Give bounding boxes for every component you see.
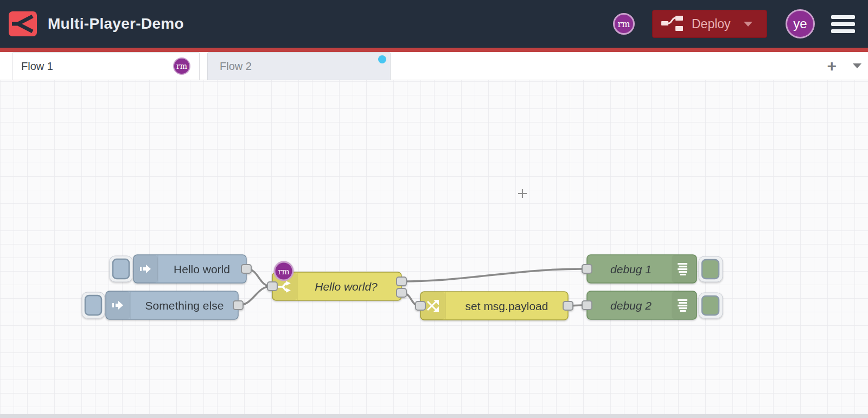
- canvas-grid: [0, 80, 868, 418]
- collaborator-node-badge: rm: [275, 262, 293, 280]
- deploy-options-chevron-down-icon[interactable]: [744, 22, 752, 27]
- input-port[interactable]: [582, 265, 592, 273]
- collaborator-badge-initials: rm: [176, 62, 187, 70]
- user-avatar-initials: ye: [793, 16, 807, 31]
- tab-flow-1[interactable]: Flow 1 rm: [12, 52, 200, 80]
- add-flow-button[interactable]: +: [827, 58, 837, 74]
- output-port-1[interactable]: [397, 277, 406, 286]
- node-debug-2[interactable]: debug 2: [582, 291, 723, 319]
- main-menu-button[interactable]: [831, 15, 855, 33]
- activity-dot: [378, 55, 386, 63]
- flow-tabs-bar: Flow 1 rm Flow 2 +: [0, 52, 868, 80]
- presence-badge-initials: rm: [618, 19, 630, 29]
- input-port[interactable]: [416, 301, 425, 310]
- output-port[interactable]: [233, 301, 243, 310]
- tab-flow-2[interactable]: Flow 2: [207, 52, 391, 80]
- debug-toggle-button[interactable]: [699, 256, 723, 282]
- output-port[interactable]: [241, 265, 251, 273]
- node-label: debug 1: [610, 263, 652, 275]
- flowfuse-logo-icon[interactable]: [9, 11, 37, 36]
- deploy-status-bar: [0, 48, 868, 52]
- input-port[interactable]: [582, 301, 592, 310]
- collaborator-presence-badge[interactable]: rm: [613, 13, 635, 35]
- user-avatar[interactable]: ye: [786, 9, 815, 38]
- output-port[interactable]: [563, 301, 573, 310]
- flow-list-chevron-down-icon[interactable]: [853, 63, 861, 68]
- tab-label: Flow 2: [220, 60, 252, 73]
- input-port[interactable]: [267, 282, 277, 291]
- deploy-button[interactable]: Deploy: [652, 10, 767, 38]
- hamburger-menu-icon: [831, 22, 855, 26]
- hamburger-menu-icon: [831, 15, 855, 19]
- inject-trigger-button[interactable]: [110, 256, 132, 282]
- node-change-set-msg-payload[interactable]: set msg.payload: [416, 292, 573, 320]
- deploy-button-label: Deploy: [692, 17, 731, 31]
- tab-controls: +: [827, 52, 861, 80]
- header: Multi-Player-Demo rm Deploy ye: [0, 0, 868, 48]
- flow-canvas: Hello world Something else: [0, 80, 868, 418]
- collaborator-badge: rm: [173, 57, 190, 75]
- inject-trigger-button[interactable]: [82, 292, 105, 318]
- deploy-flow-icon: [661, 15, 684, 33]
- output-port-2[interactable]: [397, 288, 406, 297]
- node-label: debug 2: [610, 299, 652, 312]
- node-label: Something else: [145, 299, 224, 312]
- debug-toggle-button[interactable]: [699, 293, 723, 318]
- node-inject-hello-world[interactable]: Hello world: [110, 255, 251, 283]
- node-red-editor: Multi-Player-Demo rm Deploy ye: [0, 0, 868, 418]
- node-label: Hello world: [174, 263, 230, 275]
- node-label: set msg.payload: [465, 300, 548, 312]
- collaborator-node-badge-initials: rm: [278, 267, 289, 276]
- hamburger-menu-icon: [831, 29, 855, 33]
- node-label: Hello world?: [315, 280, 378, 293]
- tab-label: Flow 1: [21, 60, 53, 73]
- node-debug-1[interactable]: debug 1: [582, 255, 723, 283]
- node-inject-something-else[interactable]: Something else: [82, 291, 243, 319]
- page-title: Multi-Player-Demo: [48, 15, 184, 33]
- canvas-bottom-edge: [0, 414, 868, 418]
